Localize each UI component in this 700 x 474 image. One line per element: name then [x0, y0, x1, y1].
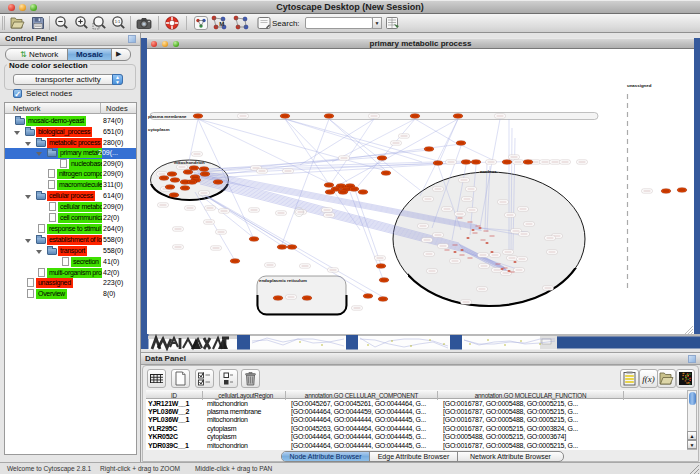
svg-text:plasma membrane: plasma membrane [148, 114, 187, 119]
svg-text:cytoplasm: cytoplasm [148, 127, 170, 132]
svg-text:1:1: 1:1 [115, 19, 121, 24]
svg-text:mitochondrion: mitochondrion [174, 160, 205, 165]
svg-text:unassigned: unassigned [627, 83, 652, 88]
svg-text:M: M [219, 21, 224, 27]
svg-text:endoplasmic reticulum: endoplasmic reticulum [259, 278, 307, 283]
svg-text:nucleus: nucleus [480, 169, 497, 174]
svg-text:f(x): f(x) [642, 374, 655, 384]
